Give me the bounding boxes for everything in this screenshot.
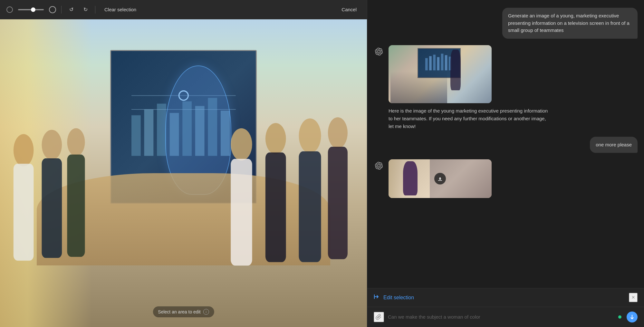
toolbar-divider-2 bbox=[95, 6, 95, 14]
cancel-button[interactable]: Cancel bbox=[338, 5, 360, 14]
svg-rect-12 bbox=[14, 164, 34, 261]
undo-button[interactable]: ↺ bbox=[67, 5, 76, 14]
svg-point-17 bbox=[231, 128, 252, 160]
ai-image-bg-1 bbox=[389, 45, 492, 103]
svg-rect-14 bbox=[42, 158, 62, 258]
brush-size-max-icon bbox=[49, 6, 56, 13]
toolbar-divider-1 bbox=[61, 6, 62, 14]
svg-point-19 bbox=[265, 123, 286, 154]
edit-selection-close-button[interactable]: × bbox=[629, 293, 638, 302]
brush-size-min-icon bbox=[6, 6, 13, 13]
svg-rect-32 bbox=[438, 180, 442, 181]
svg-rect-25 bbox=[425, 58, 428, 70]
attach-button[interactable] bbox=[374, 312, 384, 322]
mini-audience bbox=[390, 71, 447, 103]
svg-rect-22 bbox=[299, 151, 321, 262]
paperclip-icon bbox=[376, 314, 382, 320]
send-button[interactable] bbox=[627, 312, 638, 322]
svg-rect-24 bbox=[328, 147, 348, 259]
people-right bbox=[220, 81, 349, 312]
download-icon bbox=[437, 176, 443, 181]
svg-rect-16 bbox=[67, 154, 85, 257]
svg-rect-30 bbox=[445, 55, 447, 70]
bottom-hint: Select an area to edit i bbox=[153, 306, 214, 317]
mini-window bbox=[389, 159, 404, 198]
redo-button[interactable]: ↻ bbox=[81, 5, 90, 14]
edit-selection-icon bbox=[374, 293, 380, 302]
chat-input-area bbox=[367, 307, 644, 327]
svg-rect-2 bbox=[157, 104, 166, 156]
ai-message-1: Here is the image of the young marketing… bbox=[374, 45, 638, 130]
chat-panel: Generate an image of a young, marketing … bbox=[367, 0, 644, 327]
editor-panel: ↺ ↻ Clear selection Cancel bbox=[0, 0, 367, 327]
ai-content-1: Here is the image of the young marketing… bbox=[389, 45, 638, 130]
people-left bbox=[7, 96, 88, 312]
editor-toolbar: ↺ ↻ Clear selection Cancel bbox=[0, 0, 367, 19]
edit-selection-left: Edit selection bbox=[374, 293, 414, 302]
edit-arrow-icon bbox=[374, 293, 380, 300]
svg-point-23 bbox=[328, 117, 348, 149]
svg-rect-18 bbox=[231, 159, 252, 265]
mini-presenter bbox=[450, 50, 461, 90]
ai-content-2 bbox=[389, 159, 638, 198]
user-bubble-1: Generate an image of a young, marketing … bbox=[502, 8, 638, 39]
svg-point-21 bbox=[299, 118, 321, 153]
ai-avatar-2 bbox=[374, 161, 384, 171]
send-icon bbox=[630, 314, 635, 320]
svg-rect-0 bbox=[131, 115, 141, 156]
ai-generated-image-2[interactable] bbox=[389, 159, 492, 198]
svg-rect-27 bbox=[433, 54, 436, 70]
ai-generated-image-1[interactable] bbox=[389, 45, 492, 103]
status-dot bbox=[618, 315, 621, 319]
svg-point-11 bbox=[14, 134, 34, 166]
svg-rect-20 bbox=[265, 153, 286, 262]
svg-rect-1 bbox=[144, 110, 153, 156]
user-message-1: Generate an image of a young, marketing … bbox=[374, 8, 638, 39]
ai-message-2 bbox=[374, 159, 638, 198]
chat-messages: Generate an image of a young, marketing … bbox=[367, 0, 644, 288]
user-message-2: one more please bbox=[374, 137, 638, 153]
mini-presenter-2 bbox=[403, 161, 418, 195]
user-bubble-2: one more please bbox=[590, 137, 638, 153]
editor-image-area[interactable]: Select an area to edit i bbox=[0, 19, 367, 327]
ai-avatar-1 bbox=[374, 46, 384, 57]
svg-point-15 bbox=[67, 128, 85, 156]
svg-rect-28 bbox=[437, 57, 440, 70]
svg-rect-26 bbox=[429, 56, 432, 70]
download-button[interactable] bbox=[434, 173, 446, 184]
info-icon: i bbox=[203, 309, 209, 315]
ai-text-1: Here is the image of the young marketing… bbox=[389, 107, 550, 130]
chat-input-field[interactable] bbox=[388, 313, 614, 321]
editor-image bbox=[0, 19, 367, 327]
svg-rect-29 bbox=[441, 54, 444, 70]
edit-selection-label: Edit selection bbox=[383, 295, 414, 301]
clear-selection-button[interactable]: Clear selection bbox=[101, 5, 140, 14]
edit-selection-banner: Edit selection × bbox=[367, 288, 644, 307]
mini-chart bbox=[424, 53, 454, 73]
hint-text: Select an area to edit bbox=[158, 309, 200, 314]
svg-point-13 bbox=[42, 130, 62, 160]
brush-size-slider[interactable] bbox=[18, 9, 44, 10]
openai-icon-2 bbox=[375, 162, 383, 170]
openai-icon bbox=[375, 48, 383, 55]
